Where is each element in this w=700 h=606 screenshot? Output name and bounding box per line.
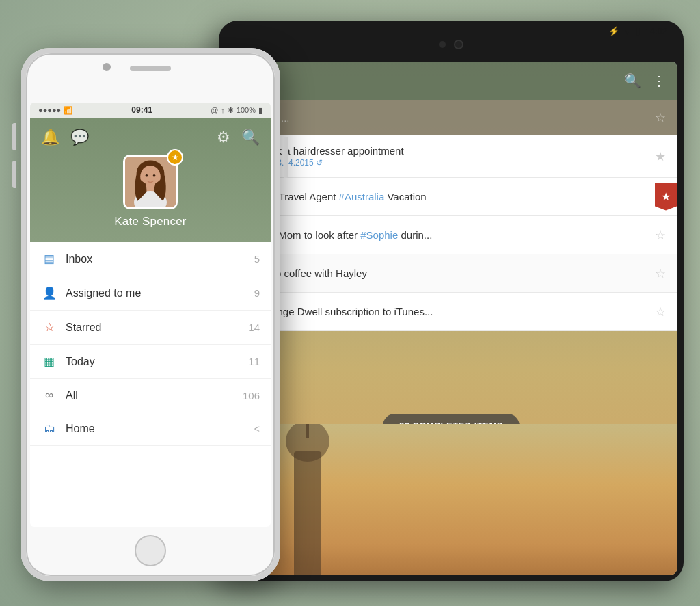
ios-battery: 100% — [237, 106, 256, 114]
assigned-icon: 👤 — [41, 286, 57, 300]
ios-status-right: @ ↑ ✱ 100% ▮ — [211, 106, 262, 115]
nav-label-all: All — [66, 389, 234, 401]
nav-count-all: 106 — [243, 390, 260, 401]
tablet-app: 🔍 ⋮ ld an item... ☆ Book a hairdresser a… — [226, 62, 677, 575]
inbox-icon: ▤ — [41, 252, 57, 266]
iphone-vol-up-button[interactable] — [12, 123, 16, 150]
home-folder-icon: 🗂 — [41, 422, 57, 436]
ios-app-header: 🔔 💬 ⚙ 🔍 — [30, 118, 271, 242]
ios-search-icon[interactable]: 🔍 — [241, 129, 260, 146]
task-item-3[interactable]: Ask Mom to look after #Sophie durin... ☆ — [226, 216, 677, 254]
task-item-5[interactable]: Change Dwell subscription to iTunes... ☆ — [226, 293, 677, 331]
avatar-image — [125, 155, 176, 209]
nav-label-starred: Starred — [66, 321, 240, 334]
tablet-tasklist: Book a hairdresser appointment Fri, 03.0… — [226, 135, 677, 331]
task-text-1: Book a hairdresser appointment Fri, 03.0… — [258, 145, 647, 168]
tablet-speaker-dot — [439, 41, 446, 48]
tower-body — [294, 451, 321, 575]
task-date-1: Fri, 03.04.2015 ↺ — [258, 158, 647, 168]
ios-statusbar: ●●●●● 📶 09:41 @ ↑ ✱ 100% ▮ — [30, 103, 271, 118]
tablet-screen: 🔍 ⋮ ld an item... ☆ Book a hairdresser a… — [226, 62, 677, 575]
ios-battery-icon: ▮ — [258, 106, 262, 115]
nav-label-today: Today — [66, 356, 240, 368]
ios-header-left-icons: 🔔 💬 — [41, 129, 89, 146]
tablet-add-bar: ld an item... ☆ — [226, 100, 677, 135]
task-text-5: Change Dwell subscription to iTunes... — [258, 306, 647, 317]
task-text-3: Ask Mom to look after #Sophie durin... — [258, 229, 647, 241]
nav-item-today[interactable]: ▦ Today 11 — [30, 345, 271, 379]
ios-header-icons: 🔔 💬 ⚙ 🔍 — [41, 129, 260, 146]
svg-point-5 — [146, 174, 148, 177]
nav-item-starred[interactable]: ☆ Starred 14 — [30, 311, 271, 345]
ios-chat-icon[interactable]: 💬 — [70, 129, 89, 146]
city-background — [226, 424, 677, 575]
nav-label-home: Home — [66, 423, 246, 435]
nav-count-assigned: 9 — [254, 287, 260, 299]
add-item-star: ☆ — [655, 110, 666, 125]
task-star-3[interactable]: ☆ — [655, 228, 666, 243]
ios-wifi-icon: 📶 — [64, 106, 73, 115]
nav-item-assigned[interactable]: 👤 Assigned to me 9 — [30, 276, 271, 311]
tablet-toolbar: 🔍 ⋮ — [226, 62, 677, 100]
nav-count-starred: 14 — [248, 321, 260, 333]
iphone-device: ●●●●● 📶 09:41 @ ↑ ✱ 100% ▮ 🔔 💬 ⚙ — [21, 48, 280, 581]
avatar-star-badge: ★ — [167, 149, 183, 166]
task-item-1[interactable]: Book a hairdresser appointment Fri, 03.0… — [226, 135, 677, 178]
nav-label-inbox: Inbox — [66, 253, 246, 265]
task-tag-sophie: #Sophie — [360, 229, 398, 241]
svg-point-6 — [153, 174, 156, 177]
tablet-camera — [439, 40, 463, 49]
nav-item-all[interactable]: ∞ All 106 — [30, 379, 271, 412]
iphone-screen: ●●●●● 📶 09:41 @ ↑ ✱ 100% ▮ 🔔 💬 ⚙ — [30, 103, 271, 527]
ios-bluetooth-icon: ✱ — [228, 106, 234, 115]
iphone-front-camera — [103, 63, 111, 71]
tablet-device: ⚡ ▼ ▮ 14:02 🔍 ⋮ ld an item... ☆ — [219, 21, 684, 581]
task-star-1[interactable]: ★ — [655, 149, 666, 164]
tablet-camera-lens — [454, 40, 463, 49]
wifi-icon: ▼ — [623, 26, 632, 36]
ios-gear-icon[interactable]: ⚙ — [217, 129, 230, 146]
ios-status-left: ●●●●● 📶 — [38, 106, 73, 115]
all-icon: ∞ — [41, 388, 57, 402]
task-text-2: Call Travel Agent #Australia Vacation — [258, 191, 647, 202]
battery-icon: ▮ — [636, 26, 641, 36]
nav-item-home[interactable]: 🗂 Home < — [30, 412, 271, 446]
iphone-vol-down-button[interactable] — [12, 161, 16, 188]
task-text-4: Grab coffee with Hayley — [258, 267, 647, 279]
iphone-earpiece — [130, 66, 171, 71]
tablet-statusbar: ⚡ ▼ ▮ 14:02 — [608, 26, 667, 36]
nav-item-inbox[interactable]: ▤ Inbox 5 — [30, 242, 271, 276]
task-item-2[interactable]: Call Travel Agent #Australia Vacation ★ — [226, 178, 677, 216]
nav-count-inbox: 5 — [254, 253, 260, 265]
task-bookmark-2[interactable]: ★ — [655, 183, 677, 211]
task-tag-australia: #Australia — [339, 191, 385, 202]
ios-time: 09:41 — [131, 105, 152, 115]
signal-dots: ●●●●● — [38, 106, 61, 114]
today-icon: ▦ — [41, 354, 57, 369]
ios-header-right-icons: ⚙ 🔍 — [217, 129, 260, 146]
ios-avatar-wrapper: ★ — [123, 155, 178, 209]
iphone-power-button[interactable] — [284, 137, 288, 178]
task-star-5[interactable]: ☆ — [655, 304, 666, 319]
ios-arrow-icon: ↑ — [221, 106, 225, 114]
tablet-time: 14:02 — [645, 26, 667, 36]
task-star-4[interactable]: ☆ — [655, 266, 666, 281]
task-item-4[interactable]: Grab coffee with Hayley ☆ — [226, 254, 677, 293]
ios-nav-list: ▤ Inbox 5 👤 Assigned to me 9 ☆ Starred 1… — [30, 242, 271, 446]
tablet-search-icon[interactable]: 🔍 — [624, 73, 641, 89]
nav-count-today: 11 — [248, 356, 260, 367]
ios-location-icon: @ — [211, 106, 218, 114]
nav-arrow-home: < — [254, 423, 260, 434]
ios-username: Kate Spencer — [114, 215, 186, 228]
ios-bell-icon[interactable]: 🔔 — [41, 129, 59, 146]
tablet-more-icon[interactable]: ⋮ — [652, 73, 666, 89]
iphone-home-button[interactable] — [135, 535, 166, 566]
bluetooth-icon: ⚡ — [608, 26, 619, 36]
nav-label-assigned: Assigned to me — [66, 287, 246, 300]
starred-icon: ☆ — [41, 320, 57, 334]
